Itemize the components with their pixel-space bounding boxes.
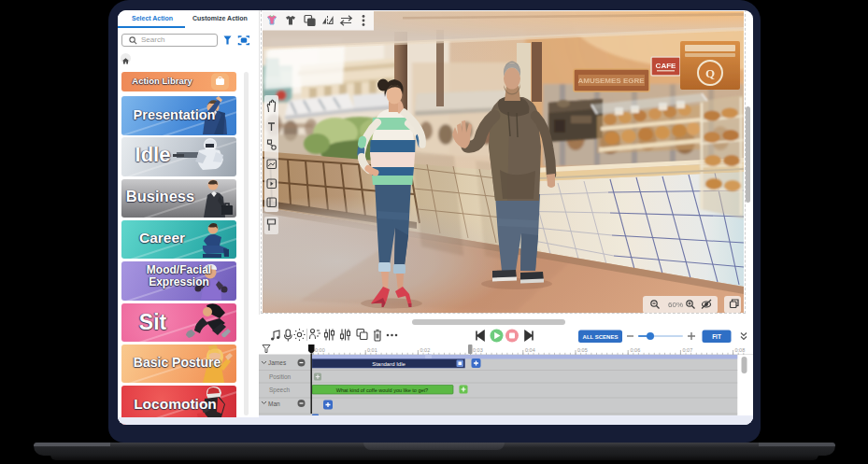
svg-text:ALL SCENES: ALL SCENES [583, 334, 619, 340]
svg-text:0:07: 0:07 [683, 347, 693, 353]
svg-text:0:05: 0:05 [577, 347, 588, 353]
svg-text:0:02: 0:02 [420, 347, 431, 353]
svg-text:Speech: Speech [269, 387, 290, 394]
svg-text:0:03: 0:03 [473, 347, 483, 353]
svg-text:0:06: 0:06 [631, 347, 641, 353]
svg-text:0:04: 0:04 [525, 347, 535, 353]
svg-text:0:08: 0:08 [735, 347, 746, 353]
svg-text:James: James [268, 359, 287, 366]
svg-text:60%: 60% [668, 301, 683, 309]
svg-text:0:01: 0:01 [367, 347, 377, 353]
svg-text:FIT: FIT [712, 333, 721, 340]
svg-text:Position: Position [269, 373, 292, 380]
svg-text:0:00: 0:00 [315, 347, 325, 353]
svg-text:Man: Man [268, 401, 280, 407]
svg-text:Standard Idle: Standard Idle [372, 361, 406, 367]
svg-text:What kind of coffe would you l: What kind of coffe would you like to get… [336, 387, 428, 393]
